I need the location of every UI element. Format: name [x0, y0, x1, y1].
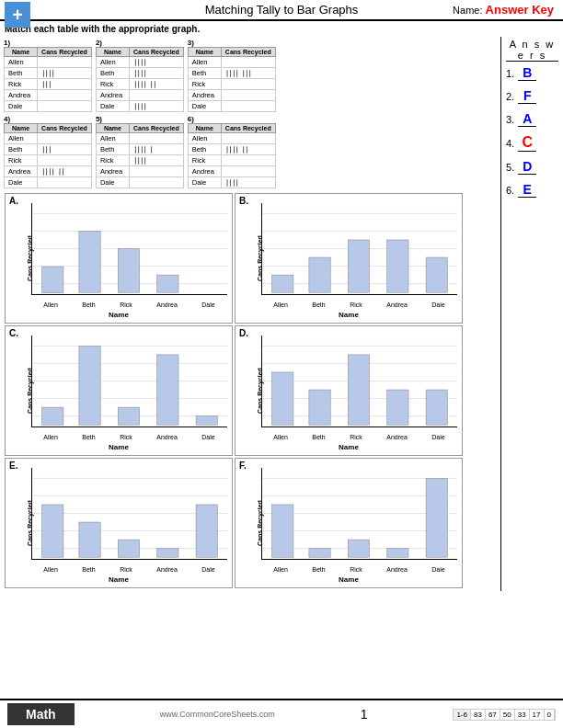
svg-rect-72	[157, 549, 178, 558]
graph-c: C. Cans Recycled 2 4 6 8 10	[5, 325, 233, 456]
graph-e: E. Cans Recycled 2 4 6 8 10	[5, 458, 233, 588]
svg-rect-24	[272, 275, 293, 292]
instruction-text: Match each table with the appropriate gr…	[0, 21, 563, 37]
graph-c-chart-area: 2 4 6 8 10	[31, 336, 227, 427]
graph-e-x-labels: AllenBethRickAndreaDale	[31, 566, 227, 573]
graph-a: A. Cans Recycled 2 4	[5, 193, 233, 324]
answer-letter-6: E	[518, 182, 536, 198]
website-label: www.CommonCoreSheets.com	[160, 710, 275, 719]
answers-title: A n s w e r s	[506, 39, 558, 62]
header-icon	[5, 2, 30, 28]
answer-num-4: 4.	[506, 138, 514, 149]
bottom-bar: Math www.CommonCoreSheets.com 1 1-6 83 6…	[0, 699, 563, 728]
graph-f-x-labels: AllenBethRickAndreaDale	[261, 566, 457, 573]
answer-key-label: Answer Key	[486, 3, 554, 17]
svg-rect-87	[387, 549, 408, 558]
svg-rect-88	[426, 478, 447, 557]
svg-rect-41	[118, 407, 139, 425]
answer-num-6: 6.	[506, 185, 514, 196]
svg-rect-26	[348, 240, 369, 292]
graph-f-x-title: Name	[236, 575, 462, 584]
graph-d-label: D.	[239, 328, 248, 338]
svg-rect-55	[309, 390, 330, 425]
stat-0: 0	[545, 710, 555, 720]
svg-rect-12	[118, 249, 139, 293]
graph-d-x-title: Name	[236, 443, 462, 451]
svg-rect-54	[272, 372, 293, 425]
answer-item-1: 1. B	[506, 65, 558, 81]
main-content: 1) NameCans Recycled Allen Beth|||| Rick…	[0, 37, 563, 591]
svg-rect-57	[387, 390, 408, 425]
svg-rect-40	[79, 346, 100, 425]
svg-rect-69	[42, 505, 63, 557]
graph-a-x-title: Name	[6, 311, 232, 319]
svg-rect-25	[309, 257, 330, 292]
graph-c-x-title: Name	[6, 443, 232, 451]
graph-f-chart-area: 2 4 6 8 10	[261, 468, 457, 560]
answers-panel: A n s w e r s 1. B 2. F 3. A 4. C 5. D 6…	[500, 37, 563, 591]
answer-item-4: 4. C	[506, 134, 558, 152]
stat-17: 17	[530, 710, 545, 720]
stat-50: 50	[500, 710, 515, 720]
answer-num-5: 5.	[506, 162, 514, 173]
answer-letter-4: C	[518, 134, 536, 152]
graph-e-x-title: Name	[6, 575, 232, 584]
graph-f: F. Cans Recycled 2 4 6 8 10	[235, 458, 463, 588]
page-title: Matching Tally to Bar Graphs	[205, 3, 359, 17]
svg-rect-70	[79, 522, 100, 557]
svg-rect-71	[118, 540, 139, 557]
answer-item-5: 5. D	[506, 159, 558, 175]
graphs-section: A. Cans Recycled 2 4	[4, 192, 497, 589]
table-5: 5) NameCans Recycled Allen Beth|||| | Ri…	[96, 115, 184, 188]
stat-67: 67	[486, 710, 500, 720]
stat-83: 83	[471, 710, 486, 720]
svg-rect-27	[387, 240, 408, 292]
tables-row-1: 1) NameCans Recycled Allen Beth|||| Rick…	[4, 39, 497, 112]
svg-rect-58	[426, 390, 447, 425]
graph-f-label: F.	[239, 461, 247, 471]
graph-b-label: B.	[239, 196, 248, 206]
page-header: Matching Tally to Bar Graphs Name: Answe…	[0, 0, 563, 21]
svg-rect-11	[79, 231, 100, 292]
graph-b-x-labels: AllenBethRickAndreaDale	[261, 301, 457, 308]
svg-rect-56	[348, 355, 369, 425]
graph-a-chart-area: 2 4 6 8 10	[31, 203, 227, 295]
svg-rect-85	[309, 549, 330, 558]
answer-item-6: 6. E	[506, 182, 558, 198]
name-label: Name: Answer Key	[453, 3, 554, 17]
graph-e-chart-area: 2 4 6 8 10	[31, 468, 227, 560]
tables-row-2: 4) NameCans Recycled Allen Beth||| Rick …	[4, 115, 497, 188]
answer-num-2: 2.	[506, 91, 514, 102]
graph-d: D. Cans Recycled 2 4 6 8 10	[235, 325, 463, 456]
stats-label: 1-6	[454, 710, 471, 720]
svg-rect-10	[42, 267, 63, 293]
stat-33: 33	[515, 710, 530, 720]
answer-letter-1: B	[518, 65, 536, 81]
table-6: 6) NameCans Recycled Allen Beth|||| || R…	[188, 115, 276, 188]
graph-d-x-labels: AllenBethRickAndreaDale	[261, 434, 457, 440]
svg-rect-39	[42, 407, 63, 425]
answer-letter-3: A	[518, 111, 536, 127]
graph-b-chart-area: 2 4 6 8 10	[261, 203, 457, 295]
svg-rect-43	[196, 416, 217, 426]
stats-area: 1-6 83 67 50 33 17 0	[453, 709, 556, 721]
svg-rect-84	[272, 505, 293, 557]
svg-rect-13	[157, 275, 178, 292]
svg-rect-28	[426, 257, 447, 292]
math-label: Math	[7, 703, 75, 725]
graph-d-chart-area: 2 4 6 8 10	[261, 336, 457, 427]
answer-letter-5: D	[518, 159, 536, 175]
answer-item-3: 3. A	[506, 111, 558, 127]
graph-a-label: A.	[9, 196, 18, 206]
answer-letter-2: F	[518, 88, 536, 104]
graph-b: B. Cans Recycled 2 4 6 8 10	[235, 193, 463, 324]
graph-c-x-labels: AllenBethRickAndreaDale	[31, 434, 227, 440]
table-2: 2) NameCans Recycled Allen|||| Beth|||| …	[96, 39, 184, 112]
svg-rect-73	[196, 505, 217, 557]
table-1: 1) NameCans Recycled Allen Beth|||| Rick…	[4, 39, 92, 112]
graph-a-x-labels: AllenBethRickAndreaDale	[31, 301, 227, 308]
table-3: 3) NameCans Recycled Allen Beth|||| ||| …	[188, 39, 276, 112]
table-4: 4) NameCans Recycled Allen Beth||| Rick …	[4, 115, 92, 188]
graph-c-label: C.	[9, 328, 18, 338]
answer-num-3: 3.	[506, 114, 514, 125]
